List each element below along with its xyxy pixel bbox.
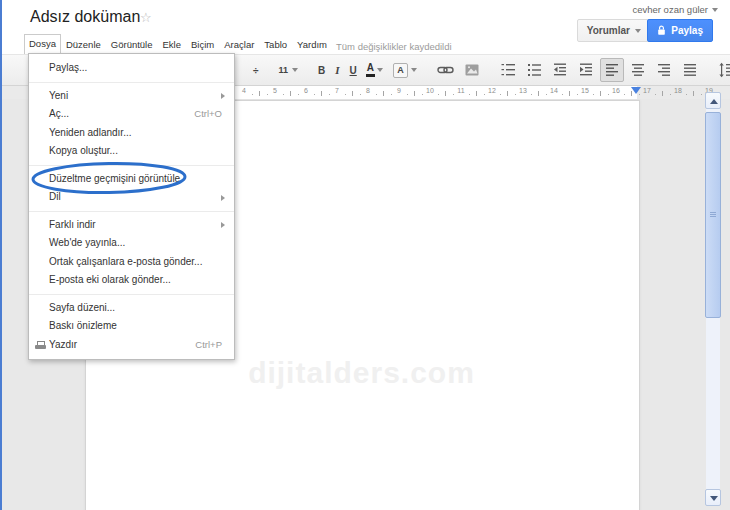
- ruler-tick: [445, 91, 446, 96]
- submenu-arrow-icon: [221, 222, 225, 228]
- increase-indent-button[interactable]: [574, 58, 598, 82]
- menu-item-label: Aç...: [49, 108, 69, 119]
- file-menu-item-ortak-al-anlara-e-posta-g-nder[interactable]: Ortak çalışanlara e-posta gönder...: [29, 253, 234, 272]
- insert-image-button[interactable]: [460, 58, 484, 82]
- chevron-down-icon: [411, 68, 417, 72]
- star-icon[interactable]: ☆: [140, 10, 152, 25]
- file-menu-item-a[interactable]: Aç...Ctrl+O: [29, 105, 234, 124]
- italic-button[interactable]: I: [331, 58, 343, 82]
- file-menu-item-e-posta-eki-olarak-g-nder[interactable]: E-posta eki olarak gönder...: [29, 271, 234, 290]
- ruler-tick: [500, 94, 501, 95]
- ruler-tick: [290, 91, 291, 96]
- menu-item-label: Baskı önizleme: [49, 320, 117, 331]
- user-menu[interactable]: cevher ozan güler: [632, 4, 718, 15]
- text-color-button[interactable]: A: [363, 58, 387, 82]
- menu-d-zenle[interactable]: Düzenle: [61, 35, 106, 54]
- chevron-down-icon: [712, 8, 718, 12]
- chevron-down-icon: [377, 68, 383, 72]
- menu-separator: [29, 82, 234, 83]
- line-spacing-button[interactable]: [714, 58, 730, 82]
- menu-separator: [29, 211, 234, 212]
- chevron-up-icon: [710, 99, 718, 104]
- ruler-tick: [360, 94, 361, 95]
- menu-tablo[interactable]: Tablo: [259, 35, 292, 54]
- menu-item-label: Yeni: [49, 90, 68, 101]
- font-size-select[interactable]: 11: [275, 58, 303, 82]
- comments-button[interactable]: Yorumlar: [577, 19, 651, 42]
- ruler-tick: [453, 94, 454, 95]
- menu-ekle[interactable]: Ekle: [158, 35, 186, 54]
- decrease-indent-button[interactable]: [548, 58, 572, 82]
- ruler-tick: [608, 94, 609, 95]
- scroll-up-button[interactable]: [705, 92, 721, 109]
- file-menu-item-sayfa-d-zeni[interactable]: Sayfa düzeni...: [29, 299, 234, 318]
- ruler-tick: [686, 94, 687, 95]
- ruler-tick: [484, 94, 485, 95]
- bold-button[interactable]: B: [314, 58, 329, 82]
- ruler-number: 6: [299, 87, 313, 94]
- ruler-tick: [259, 91, 260, 96]
- scroll-down-button[interactable]: [705, 489, 721, 506]
- align-left-button[interactable]: [600, 58, 624, 82]
- stepper-glyph: ÷: [253, 65, 259, 76]
- menu-g-r-nt-le[interactable]: Görüntüle: [106, 35, 158, 54]
- ruler-tick: [422, 94, 423, 95]
- menu-separator: [29, 294, 234, 295]
- menu-bi-im[interactable]: Biçim: [186, 35, 219, 54]
- ruler-tick: [546, 94, 547, 95]
- chevron-down-icon: [635, 29, 641, 33]
- align-center-button[interactable]: [626, 58, 650, 82]
- align-center-icon: [630, 62, 646, 78]
- bulleted-list-icon: [526, 62, 542, 78]
- menu-yard-m[interactable]: Yardım: [292, 35, 332, 54]
- menu-item-label: Yeniden adlandır...: [49, 127, 131, 138]
- menu-item-label: Dil: [49, 191, 61, 202]
- ruler-tick: [383, 91, 384, 96]
- file-menu-item-yeni[interactable]: Yeni: [29, 87, 234, 106]
- file-menu-item-yeniden-adland-r[interactable]: Yeniden adlandır...: [29, 124, 234, 143]
- google-docs-window: cevher ozan güler Adsız doküman ☆ Yoruml…: [0, 0, 730, 510]
- ruler-tick: [670, 94, 671, 95]
- increase-indent-icon: [578, 62, 594, 78]
- ruler-tick: [321, 91, 322, 96]
- highlight-glyph: A: [393, 63, 408, 78]
- file-menu-item-payla[interactable]: Paylaş...: [29, 59, 234, 78]
- chevron-down-icon: [710, 496, 718, 501]
- menu-item-label: E-posta eki olarak gönder...: [49, 274, 171, 285]
- share-button-label: Paylaş: [671, 25, 703, 36]
- ruler-tick: [662, 91, 663, 96]
- file-menu-item-d-zeltme-ge-mi-ini-g-r-nt-le[interactable]: Düzeltme geçmişini görüntüle: [29, 170, 234, 189]
- right-indent-marker[interactable]: [631, 87, 641, 94]
- share-button[interactable]: Paylaş: [647, 19, 713, 42]
- menu-dosya[interactable]: Dosya: [24, 34, 61, 54]
- highlight-color-button[interactable]: A: [389, 58, 421, 82]
- document-title[interactable]: Adsız doküman: [30, 8, 140, 26]
- ruler-tick: [655, 94, 656, 95]
- menu-ara-lar[interactable]: Araçlar: [219, 35, 259, 54]
- file-menu-item-web-de-yay-nla[interactable]: Web'de yayınla...: [29, 234, 234, 253]
- scrollbar-grip-icon: [710, 212, 716, 213]
- font-size-stepper[interactable]: ÷: [249, 58, 263, 82]
- ruler-number: 10: [423, 87, 437, 94]
- scrollbar-thumb[interactable]: [705, 112, 721, 318]
- numbered-list-button[interactable]: [496, 58, 520, 82]
- ruler-tick: [577, 94, 578, 95]
- text-color-glyph: A: [367, 63, 374, 77]
- file-menu-item-dil[interactable]: Dil: [29, 188, 234, 207]
- ruler-tick: [283, 94, 284, 95]
- file-menu-item-bask-nizleme[interactable]: Baskı önizleme: [29, 317, 234, 336]
- ruler-tick: [562, 94, 563, 95]
- bulleted-list-button[interactable]: [522, 58, 546, 82]
- file-menu-item-yazd-r[interactable]: YazdırCtrl+P: [29, 336, 234, 355]
- insert-link-button[interactable]: [433, 58, 458, 82]
- justify-button[interactable]: [678, 58, 702, 82]
- numbered-list-icon: [500, 62, 516, 78]
- ruler-tick: [531, 94, 532, 95]
- file-menu-item-farkl-indir[interactable]: Farklı indir: [29, 216, 234, 235]
- submenu-arrow-icon: [221, 195, 225, 201]
- file-menu-item-kopya-olu-tur[interactable]: Kopya oluştur...: [29, 142, 234, 161]
- file-menu: Paylaş...YeniAç...Ctrl+OYeniden adlandır…: [28, 53, 235, 360]
- underline-button[interactable]: U: [346, 58, 361, 82]
- ruler-tick: [267, 94, 268, 95]
- align-right-button[interactable]: [652, 58, 676, 82]
